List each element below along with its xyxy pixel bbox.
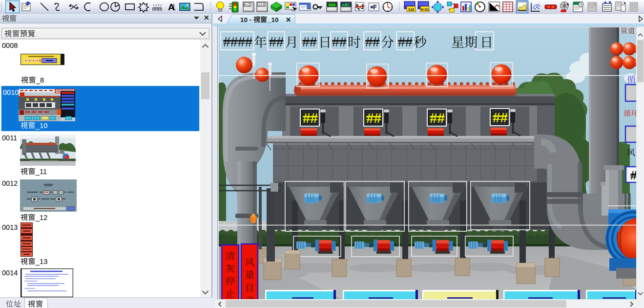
svg-text:F: F (373, 4, 376, 11)
svg-text:H-O: H-O (244, 3, 250, 6)
svg-text:123: 123 (258, 2, 265, 7)
svg-text:123: 123 (408, 7, 415, 12)
svg-text:ABC: ABC (341, 2, 350, 7)
svg-text:H:01: H:01 (421, 7, 429, 12)
svg-text:999: 999 (328, 2, 335, 7)
